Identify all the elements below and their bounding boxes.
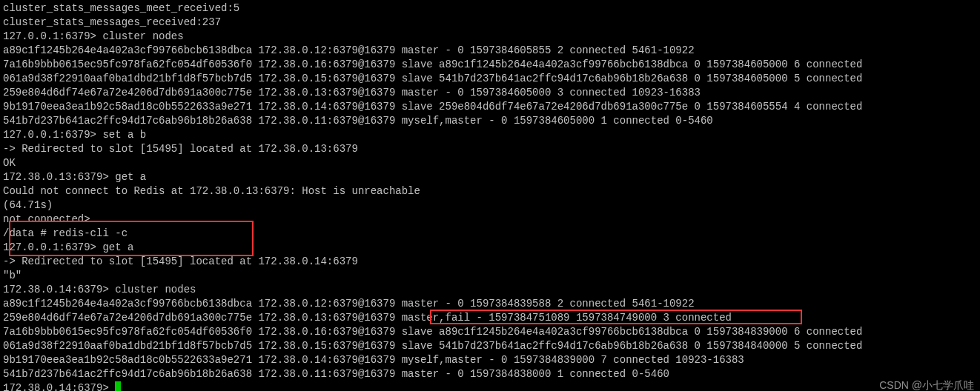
output-line: 541b7d237b641ac2ffc94d17c6ab96b18b26a638… (3, 114, 977, 128)
cursor-icon (115, 381, 121, 391)
output-line: 7a16b9bbb0615ec95fc978fa62fc054df60536f0… (3, 325, 977, 339)
output-line: 7a16b9bbb0615ec95fc978fa62fc054df60536f0… (3, 58, 977, 72)
prompt-line[interactable]: 172.38.0.14:6379> (3, 381, 977, 391)
output-line: 259e804d6df74e67a72e4206d7db691a300c775e… (3, 86, 977, 100)
output-line: -> Redirected to slot [15495] located at… (3, 142, 977, 156)
output-line: a89c1f1245b264e4a402a3cf99766bcb6138dbca… (3, 44, 977, 58)
prompt-text: 172.38.0.14:6379> (3, 382, 115, 391)
prompt-line: not connected> (3, 213, 977, 227)
output-line: 061a9d38f22910aaf0ba1dbd21bf1d8f57bcb7d5… (3, 339, 977, 353)
output-line: -> Redirected to slot [15495] located at… (3, 255, 977, 269)
prompt-line: 127.0.0.1:6379> cluster nodes (3, 30, 977, 44)
output-line: 9b19170eea3ea1b92c58ad18c0b5522633a9e271… (3, 100, 977, 114)
prompt-line: 172.38.0.13:6379> get a (3, 170, 977, 184)
prompt-line: 127.0.0.1:6379> get a (3, 241, 977, 255)
shell-line: /data # redis-cli -c (3, 227, 977, 241)
output-line: cluster_stats_messages_received:237 (3, 16, 977, 30)
output-line: Could not connect to Redis at 172.38.0.1… (3, 184, 977, 198)
output-line: cluster_stats_messages_meet_received:5 (3, 1, 977, 16)
output-line: 541b7d237b641ac2ffc94d17c6ab96b18b26a638… (3, 367, 977, 381)
output-line: (64.71s) (3, 198, 977, 213)
output-line: a89c1f1245b264e4a402a3cf99766bcb6138dbca… (3, 297, 977, 311)
output-line: 061a9d38f22910aaf0ba1dbd21bf1d8f57bcb7d5… (3, 72, 977, 86)
output-line: 9b19170eea3ea1b92c58ad18c0b5522633a9e271… (3, 353, 977, 367)
output-line: 259e804d6df74e67a72e4206d7db691a300c775e… (3, 311, 977, 325)
terminal-viewport[interactable]: cluster_stats_messages_meet_received:5 c… (0, 0, 980, 391)
prompt-line: 127.0.0.1:6379> set a b (3, 128, 977, 142)
prompt-line: 172.38.0.14:6379> cluster nodes (3, 283, 977, 297)
output-line: "b" (3, 269, 977, 283)
output-line: OK (3, 156, 977, 170)
